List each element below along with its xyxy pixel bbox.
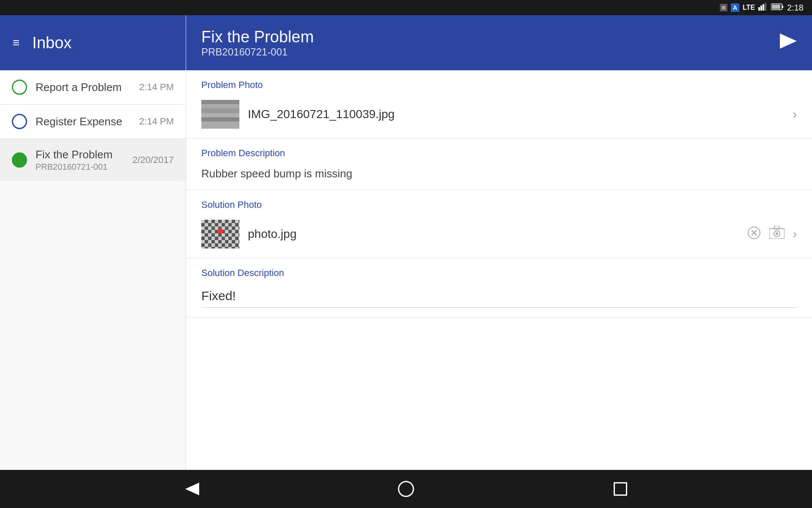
solution-description-input[interactable] [201, 283, 797, 308]
form-subtitle: PRB20160721-001 [201, 46, 314, 58]
svg-marker-15 [185, 483, 199, 495]
solution-photo-row[interactable]: photo.jpg [186, 215, 812, 258]
signal-icon [758, 3, 768, 13]
svg-rect-0 [758, 7, 760, 11]
item-title: Report a Problem [36, 81, 131, 94]
item-time: 2:14 PM [139, 82, 174, 93]
home-circle-icon [398, 481, 414, 497]
main-content: ≡ Inbox Report a Problem 2:14 PM Registe… [0, 15, 812, 470]
solution-photo-thumbnail [201, 220, 239, 248]
problem-photo-section: Problem Photo IMG_20160721_110039.jpg › [186, 70, 812, 138]
item-time: 2:14 PM [139, 116, 174, 127]
recents-button[interactable] [610, 478, 631, 500]
battery-icon [771, 3, 784, 12]
back-button[interactable] [181, 478, 202, 500]
item-status-circle [12, 152, 27, 168]
header-titles: Fix the Problem PRB20160721-001 [201, 28, 314, 58]
svg-rect-6 [772, 5, 780, 9]
form-title: Fix the Problem [201, 28, 314, 46]
right-panel: Fix the Problem PRB20160721-001 Problem … [186, 15, 812, 470]
camera-button[interactable] [769, 226, 785, 242]
problem-photo-thumbnail [201, 100, 239, 129]
left-panel: ≡ Inbox Report a Problem 2:14 PM Registe… [0, 15, 186, 470]
inbox-title: Inbox [32, 34, 71, 52]
svg-rect-2 [763, 4, 764, 11]
problem-photo-label: Problem Photo [186, 70, 812, 95]
solution-photo-filename: photo.jpg [248, 227, 739, 241]
list-item[interactable]: Fix the Problem PRB20160721-001 2/20/201… [0, 139, 186, 181]
menu-button[interactable]: ≡ [13, 36, 19, 50]
item-status-circle [12, 80, 27, 95]
solution-description-input-wrapper [186, 283, 812, 317]
item-time: 2/20/2017 [132, 155, 174, 166]
home-button[interactable] [395, 478, 417, 500]
list-item[interactable]: Register Expense 2:14 PM [0, 105, 186, 139]
list-item[interactable]: Report a Problem 2:14 PM [0, 70, 186, 105]
form-content: Problem Photo IMG_20160721_110039.jpg › … [186, 70, 812, 470]
item-text-block: Report a Problem [36, 81, 131, 94]
item-status-circle [12, 114, 27, 129]
item-text-block: Fix the Problem PRB20160721-001 [36, 148, 124, 172]
svg-rect-3 [765, 3, 766, 11]
svg-rect-1 [760, 6, 762, 11]
solution-photo-label: Solution Photo [186, 190, 812, 215]
right-header: Fix the Problem PRB20160721-001 [186, 15, 812, 70]
solution-description-label: Solution Description [186, 258, 812, 283]
app-icon-1: ⊞ [720, 4, 727, 11]
status-bar: ⊞ A LTE 2:18 [0, 0, 812, 15]
clear-photo-button[interactable] [747, 226, 761, 243]
solution-photo-section: Solution Photo photo.jpg [186, 190, 812, 258]
svg-rect-5 [782, 6, 783, 8]
problem-description-section: Problem Description Rubber speed bump is… [186, 138, 812, 190]
problem-photo-row[interactable]: IMG_20160721_110039.jpg › [186, 95, 812, 138]
item-subtitle: PRB20160721-001 [36, 162, 124, 172]
inbox-list: Report a Problem 2:14 PM Register Expens… [0, 70, 186, 470]
navigation-bar [0, 470, 812, 508]
problem-photo-filename: IMG_20160721_110039.jpg [248, 108, 785, 121]
problem-description-label: Problem Description [186, 138, 812, 163]
time: 2:18 [787, 3, 804, 13]
svg-point-14 [776, 232, 778, 235]
problem-description-text: Rubber speed bump is missing [186, 163, 812, 190]
item-text-block: Register Expense [36, 115, 131, 128]
svg-marker-7 [780, 33, 797, 49]
app-icon-2: A [731, 3, 739, 12]
chevron-right-icon: › [793, 108, 797, 121]
lte-label: LTE [743, 4, 755, 11]
status-icons: ⊞ A LTE 2:18 [720, 3, 804, 13]
item-title: Fix the Problem [36, 148, 124, 161]
recents-square-icon [614, 482, 627, 496]
solution-description-section: Solution Description [186, 258, 812, 318]
item-title: Register Expense [36, 115, 131, 128]
solution-photo-chevron-icon: › [793, 227, 797, 241]
send-button[interactable] [780, 33, 797, 52]
left-header: ≡ Inbox [0, 15, 186, 70]
